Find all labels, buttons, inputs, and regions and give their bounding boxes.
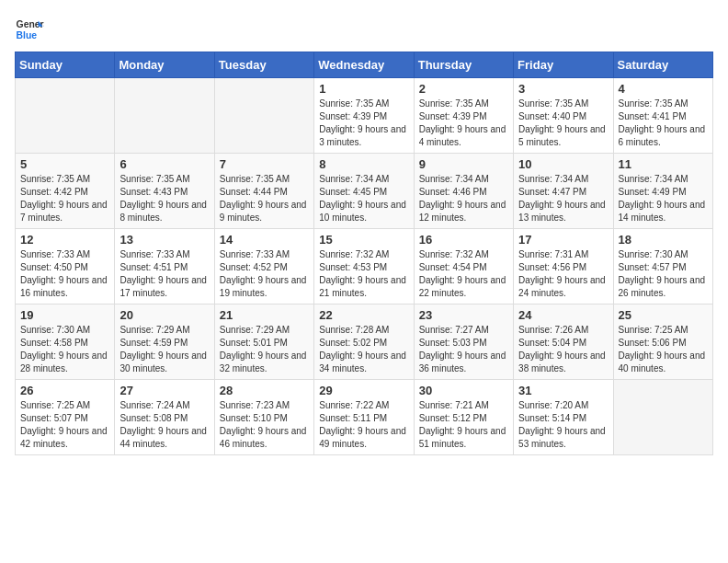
weekday-header: Saturday [613, 52, 712, 78]
day-number: 4 [619, 82, 708, 96]
calendar-cell: 31Sunrise: 7:20 AMSunset: 5:14 PMDayligh… [514, 380, 613, 455]
calendar-cell: 6Sunrise: 7:35 AMSunset: 4:43 PMDaylight… [115, 154, 214, 229]
day-info: Sunrise: 7:35 AMSunset: 4:39 PMDaylight:… [419, 98, 508, 149]
day-info: Sunrise: 7:35 AMSunset: 4:44 PMDaylight:… [220, 173, 309, 224]
day-info: Sunrise: 7:20 AMSunset: 5:14 PMDaylight:… [518, 399, 608, 451]
day-number: 16 [419, 233, 508, 247]
day-number: 14 [220, 233, 309, 247]
calendar-cell: 13Sunrise: 7:33 AMSunset: 4:51 PMDayligh… [115, 229, 214, 304]
day-number: 30 [419, 384, 508, 397]
calendar-cell: 29Sunrise: 7:22 AMSunset: 5:11 PMDayligh… [314, 380, 414, 455]
day-number: 28 [220, 384, 309, 397]
day-info: Sunrise: 7:34 AMSunset: 4:45 PMDaylight:… [319, 173, 408, 224]
day-number: 19 [20, 308, 109, 322]
calendar-cell: 24Sunrise: 7:26 AMSunset: 5:04 PMDayligh… [514, 304, 613, 380]
weekday-header: Thursday [414, 52, 513, 78]
calendar-header-row: SundayMondayTuesdayWednesdayThursdayFrid… [16, 52, 713, 78]
day-info: Sunrise: 7:35 AMSunset: 4:40 PMDaylight:… [518, 98, 608, 149]
day-info: Sunrise: 7:34 AMSunset: 4:46 PMDaylight:… [419, 173, 508, 224]
calendar-cell: 12Sunrise: 7:33 AMSunset: 4:50 PMDayligh… [16, 229, 115, 304]
day-info: Sunrise: 7:27 AMSunset: 5:03 PMDaylight:… [419, 324, 508, 375]
weekday-header: Friday [514, 52, 613, 78]
calendar-cell: 23Sunrise: 7:27 AMSunset: 5:03 PMDayligh… [414, 304, 513, 380]
day-number: 25 [619, 308, 708, 322]
day-number: 20 [119, 308, 209, 322]
calendar-cell: 17Sunrise: 7:31 AMSunset: 4:56 PMDayligh… [514, 229, 613, 304]
day-info: Sunrise: 7:23 AMSunset: 5:10 PMDaylight:… [220, 399, 309, 451]
calendar-cell: 27Sunrise: 7:24 AMSunset: 5:08 PMDayligh… [115, 380, 214, 455]
day-info: Sunrise: 7:22 AMSunset: 5:11 PMDaylight:… [319, 399, 408, 451]
calendar-table: SundayMondayTuesdayWednesdayThursdayFrid… [15, 52, 713, 455]
calendar-cell: 28Sunrise: 7:23 AMSunset: 5:10 PMDayligh… [214, 380, 313, 455]
day-number: 7 [220, 157, 309, 171]
weekday-header: Tuesday [214, 52, 313, 78]
calendar-cell: 20Sunrise: 7:29 AMSunset: 4:59 PMDayligh… [115, 304, 214, 380]
day-info: Sunrise: 7:35 AMSunset: 4:42 PMDaylight:… [20, 173, 109, 224]
logo-icon: General Blue [15, 15, 44, 44]
day-number: 18 [619, 233, 708, 247]
day-info: Sunrise: 7:32 AMSunset: 4:54 PMDaylight:… [419, 248, 508, 300]
calendar-cell: 30Sunrise: 7:21 AMSunset: 5:12 PMDayligh… [414, 380, 513, 455]
day-number: 3 [518, 82, 608, 96]
weekday-header: Wednesday [314, 52, 414, 78]
day-info: Sunrise: 7:31 AMSunset: 4:56 PMDaylight:… [518, 248, 608, 300]
weekday-header: Monday [115, 52, 214, 78]
calendar-cell [16, 78, 115, 154]
day-info: Sunrise: 7:25 AMSunset: 5:07 PMDaylight:… [20, 399, 109, 451]
day-info: Sunrise: 7:33 AMSunset: 4:51 PMDaylight:… [119, 248, 209, 300]
calendar-week-row: 26Sunrise: 7:25 AMSunset: 5:07 PMDayligh… [16, 380, 713, 455]
day-number: 6 [119, 157, 209, 171]
day-number: 31 [518, 384, 608, 397]
weekday-header: Sunday [16, 52, 115, 78]
day-info: Sunrise: 7:35 AMSunset: 4:41 PMDaylight:… [619, 98, 708, 149]
calendar-cell: 19Sunrise: 7:30 AMSunset: 4:58 PMDayligh… [16, 304, 115, 380]
day-number: 22 [319, 308, 408, 322]
day-number: 9 [419, 157, 508, 171]
day-info: Sunrise: 7:29 AMSunset: 5:01 PMDaylight:… [220, 324, 309, 375]
calendar-cell: 2Sunrise: 7:35 AMSunset: 4:39 PMDaylight… [414, 78, 513, 154]
calendar-cell: 15Sunrise: 7:32 AMSunset: 4:53 PMDayligh… [314, 229, 414, 304]
day-number: 2 [419, 82, 508, 96]
day-number: 12 [20, 233, 109, 247]
day-number: 27 [119, 384, 209, 397]
day-info: Sunrise: 7:24 AMSunset: 5:08 PMDaylight:… [119, 399, 209, 451]
day-info: Sunrise: 7:34 AMSunset: 4:47 PMDaylight:… [518, 173, 608, 224]
day-info: Sunrise: 7:32 AMSunset: 4:53 PMDaylight:… [319, 248, 408, 300]
day-number: 13 [119, 233, 209, 247]
calendar-cell: 10Sunrise: 7:34 AMSunset: 4:47 PMDayligh… [514, 154, 613, 229]
calendar-cell: 1Sunrise: 7:35 AMSunset: 4:39 PMDaylight… [314, 78, 414, 154]
calendar-cell: 11Sunrise: 7:34 AMSunset: 4:49 PMDayligh… [613, 154, 712, 229]
day-info: Sunrise: 7:21 AMSunset: 5:12 PMDaylight:… [419, 399, 508, 451]
day-number: 23 [419, 308, 508, 322]
calendar-cell: 5Sunrise: 7:35 AMSunset: 4:42 PMDaylight… [16, 154, 115, 229]
calendar-cell: 22Sunrise: 7:28 AMSunset: 5:02 PMDayligh… [314, 304, 414, 380]
day-info: Sunrise: 7:30 AMSunset: 4:57 PMDaylight:… [619, 248, 708, 300]
day-number: 26 [20, 384, 109, 397]
day-number: 17 [518, 233, 608, 247]
day-info: Sunrise: 7:33 AMSunset: 4:50 PMDaylight:… [20, 248, 109, 300]
calendar-cell: 16Sunrise: 7:32 AMSunset: 4:54 PMDayligh… [414, 229, 513, 304]
day-number: 15 [319, 233, 408, 247]
day-number: 8 [319, 157, 408, 171]
calendar-week-row: 5Sunrise: 7:35 AMSunset: 4:42 PMDaylight… [16, 154, 713, 229]
day-info: Sunrise: 7:35 AMSunset: 4:39 PMDaylight:… [319, 98, 408, 149]
calendar-cell: 14Sunrise: 7:33 AMSunset: 4:52 PMDayligh… [214, 229, 313, 304]
calendar-cell: 25Sunrise: 7:25 AMSunset: 5:06 PMDayligh… [613, 304, 712, 380]
calendar-cell [214, 78, 313, 154]
calendar-week-row: 19Sunrise: 7:30 AMSunset: 4:58 PMDayligh… [16, 304, 713, 380]
logo: General Blue [15, 15, 48, 44]
day-info: Sunrise: 7:35 AMSunset: 4:43 PMDaylight:… [119, 173, 209, 224]
day-number: 10 [518, 157, 608, 171]
day-number: 29 [319, 384, 408, 397]
calendar-cell [613, 380, 712, 455]
calendar-cell: 9Sunrise: 7:34 AMSunset: 4:46 PMDaylight… [414, 154, 513, 229]
day-info: Sunrise: 7:29 AMSunset: 4:59 PMDaylight:… [119, 324, 209, 375]
svg-text:Blue: Blue [17, 30, 38, 40]
calendar-cell: 4Sunrise: 7:35 AMSunset: 4:41 PMDaylight… [613, 78, 712, 154]
calendar-cell: 18Sunrise: 7:30 AMSunset: 4:57 PMDayligh… [613, 229, 712, 304]
day-info: Sunrise: 7:34 AMSunset: 4:49 PMDaylight:… [619, 173, 708, 224]
page-header: General Blue [15, 15, 713, 44]
day-info: Sunrise: 7:25 AMSunset: 5:06 PMDaylight:… [619, 324, 708, 375]
day-number: 11 [619, 157, 708, 171]
day-info: Sunrise: 7:33 AMSunset: 4:52 PMDaylight:… [220, 248, 309, 300]
